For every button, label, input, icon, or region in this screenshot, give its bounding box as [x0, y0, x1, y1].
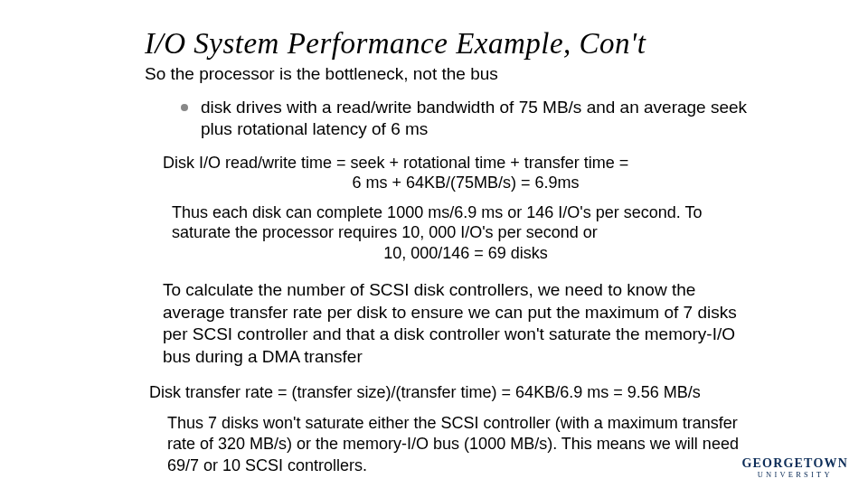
calc2-line2: 10, 000/146 = 69 disks — [172, 243, 760, 264]
bullet-icon — [181, 104, 188, 111]
calculation-2: Thus each disk can complete 1000 ms/6.9 … — [172, 202, 760, 264]
calculation-3: Disk transfer rate = (transfer size)/(tr… — [149, 383, 769, 402]
paragraph: To calculate the number of SCSI disk con… — [163, 279, 750, 369]
logo-sub-text: UNIVERSITY — [741, 470, 848, 479]
calculation-1: Disk I/O read/write time = seek + rotati… — [163, 153, 769, 193]
calc1-line2: 6 ms + 64KB/(75MB/s) = 6.9ms — [163, 173, 769, 193]
logo: GEORGETOWN UNIVERSITY — [741, 456, 848, 479]
calculation-4: Thus 7 disks won't saturate either the S… — [167, 413, 760, 476]
slide: I/O System Performance Example, Con't So… — [0, 0, 868, 488]
bullet-text: disk drives with a read/write bandwidth … — [201, 97, 769, 140]
calc1-line1: Disk I/O read/write time = seek + rotati… — [163, 154, 628, 172]
logo-main-text: GEORGETOWN — [741, 456, 848, 471]
slide-subtitle: So the processor is the bottleneck, not … — [145, 64, 823, 84]
bullet-item: disk drives with a read/write bandwidth … — [181, 97, 769, 140]
slide-title: I/O System Performance Example, Con't — [145, 27, 823, 61]
calc2-line1: Thus each disk can complete 1000 ms/6.9 … — [172, 203, 702, 242]
